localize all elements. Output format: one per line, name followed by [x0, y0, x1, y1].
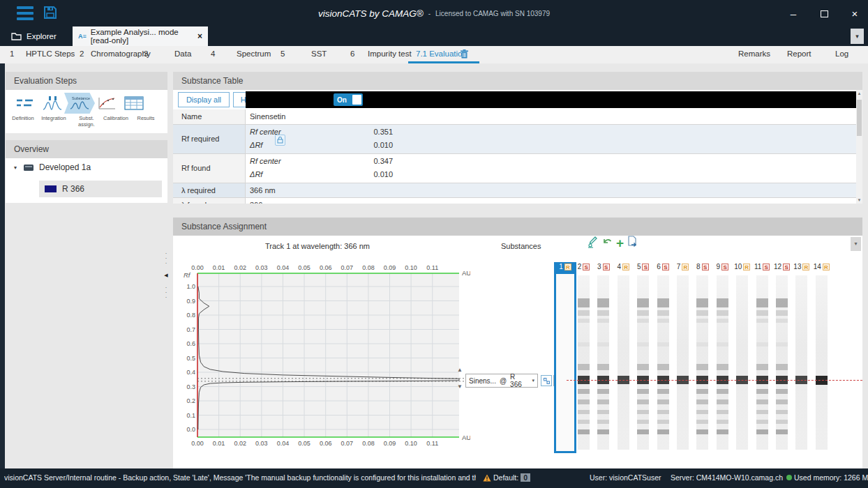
tab-list-dropdown-button[interactable]: ▾ — [851, 29, 864, 44]
nav-step-6-num[interactable]: 6 — [350, 49, 354, 58]
track-number: 8 — [696, 263, 701, 270]
nav-step-6[interactable]: Impurity test — [368, 49, 412, 58]
link-substance-button[interactable] — [541, 375, 552, 386]
track-type-badge: S — [721, 264, 728, 270]
tree-item-developed[interactable]: ▾ Developed 1a — [14, 162, 91, 172]
track-lane-3[interactable] — [597, 275, 609, 450]
undo-icon[interactable] — [601, 236, 613, 250]
step-substance-assignment[interactable]: Substance — [64, 93, 95, 114]
nav-step-1[interactable]: HPTLC Steps — [26, 49, 75, 58]
nav-step-5[interactable]: SST — [311, 49, 327, 58]
window-down-handle[interactable]: ▼ — [457, 383, 463, 390]
folder-icon — [11, 32, 22, 40]
add-substance-icon[interactable]: + — [616, 237, 624, 250]
track-lane-5[interactable] — [637, 275, 649, 450]
license-text: Licensed to CAMAG with SN 103979 — [435, 10, 550, 17]
close-button[interactable]: × — [848, 8, 861, 20]
sidebar-splitter[interactable]: ··· ◀ ··· — [162, 241, 170, 310]
track-lane-12[interactable] — [776, 275, 788, 450]
svg-text:0.03: 0.03 — [255, 264, 268, 271]
track-lane-9[interactable] — [717, 275, 728, 450]
nav-step-4-num[interactable]: 4 — [211, 49, 215, 58]
step-definition[interactable] — [10, 93, 40, 114]
track-lane-7[interactable] — [677, 275, 689, 450]
nav-log[interactable]: Log — [835, 49, 848, 58]
nav-step-2[interactable]: Chromatography — [91, 49, 151, 58]
band — [756, 399, 768, 404]
track-lane-11[interactable] — [756, 275, 768, 450]
export-icon[interactable] — [627, 236, 638, 251]
track-lane-6[interactable] — [657, 275, 669, 450]
track-lane-13[interactable] — [795, 275, 807, 450]
selected-track-box[interactable] — [554, 262, 576, 453]
band — [696, 389, 708, 394]
nav-step-2-num[interactable]: 2 — [80, 49, 84, 58]
auto-assign-icon[interactable] — [587, 236, 598, 251]
svg-text:0.9: 0.9 — [186, 298, 195, 305]
nav-step-evaluation[interactable]: 7.1 Evaluation — [416, 49, 467, 58]
backup-warning[interactable]: Default: 0 — [483, 473, 530, 482]
substance-on-toggle[interactable]: On — [334, 93, 363, 106]
delete-evaluation-icon[interactable] — [461, 49, 468, 60]
band — [597, 364, 609, 370]
track-label-14[interactable]: 14R — [809, 263, 833, 270]
track-number: 2 — [578, 263, 582, 270]
svg-text:0.3: 0.3 — [186, 383, 195, 390]
status-user: User: visionCATSuser — [590, 473, 661, 482]
nav-report[interactable]: Report — [787, 49, 811, 58]
step-results[interactable] — [119, 93, 149, 114]
scroll-down-icon[interactable]: ▼ — [856, 198, 862, 202]
minimize-button[interactable]: – — [787, 8, 800, 20]
svg-text:0.11: 0.11 — [426, 440, 438, 447]
toggle-knob — [352, 95, 361, 105]
step-calibration[interactable] — [91, 93, 122, 114]
tab-document[interactable]: A≡ Example Analysi... mode [read-only] × — [73, 26, 208, 46]
nav-step-3[interactable]: Data — [174, 49, 191, 58]
panel-scroll-button[interactable]: ▾ — [851, 237, 861, 251]
window-up-handle[interactable]: ▲ — [457, 367, 463, 373]
step-integration[interactable] — [37, 93, 68, 114]
band — [657, 364, 669, 370]
nav-step-1-num[interactable]: 1 — [10, 49, 14, 58]
substance-select-dropdown[interactable]: Sinens... @ R 366 ▾ — [465, 374, 538, 388]
track-lane-8[interactable] — [696, 275, 708, 450]
left-edge-strip — [0, 63, 5, 468]
y-axis-label: Rf — [184, 271, 191, 279]
display-all-button[interactable]: Display all — [178, 92, 230, 107]
svg-text:0.10: 0.10 — [405, 264, 417, 271]
track-type-badge: R — [564, 264, 571, 270]
scroll-up-icon[interactable]: ▲ — [856, 91, 862, 96]
track-lane-14[interactable] — [816, 275, 828, 450]
nav-remarks[interactable]: Remarks — [738, 49, 770, 58]
nav-step-4[interactable]: Spectrum — [237, 49, 271, 58]
tree-item-r366[interactable]: R 366 — [39, 181, 162, 197]
band — [637, 420, 649, 424]
tab-close-icon[interactable]: × — [197, 31, 202, 41]
band — [597, 420, 609, 424]
track-lane-2[interactable] — [578, 275, 590, 450]
band — [578, 420, 590, 424]
track-type-badge: S — [583, 264, 590, 270]
tree-expand-icon[interactable]: ▾ — [14, 165, 17, 171]
table-scrollbar[interactable]: ▲ ▼ — [856, 90, 862, 204]
nav-step-5-num[interactable]: 5 — [280, 49, 285, 58]
track-lane-4[interactable] — [618, 275, 629, 450]
band — [776, 298, 788, 307]
maximize-button[interactable] — [818, 8, 830, 20]
band — [637, 389, 649, 394]
track-lane-area: 1R2S3S4R5S6S7R8S9S10R11S12S13R14R — [551, 262, 862, 457]
tab-explorer[interactable]: Explorer — [6, 26, 73, 46]
svg-text:0.00: 0.00 — [191, 264, 204, 271]
table-row-lambda-required: λ required 366 nm — [173, 183, 856, 198]
rf-center-label-2: Rf center — [250, 157, 281, 165]
band — [776, 429, 788, 434]
scrollbar-thumb[interactable] — [857, 100, 862, 136]
track-lane-10[interactable] — [736, 275, 748, 450]
collapse-left-icon[interactable]: ◀ — [164, 273, 167, 278]
overview-header: Overview — [6, 140, 167, 158]
server-text: Server: CM414MO-W10.camag.ch — [671, 473, 783, 482]
band — [756, 389, 768, 394]
row-label-rf-required: Rf required — [173, 125, 246, 153]
nav-step-3-num[interactable]: 3 — [144, 49, 148, 58]
server-online-icon — [786, 475, 792, 480]
